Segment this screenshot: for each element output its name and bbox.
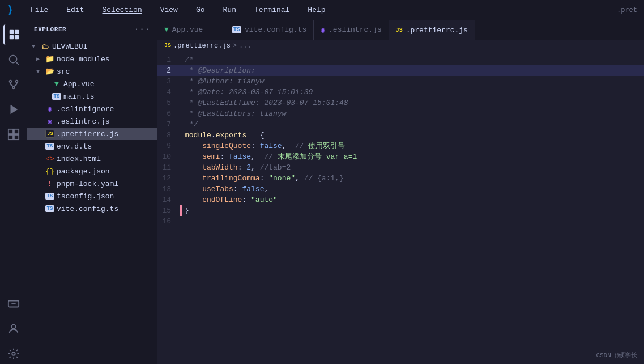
code-line-1: 1 /* [157, 54, 644, 65]
svg-rect-1 [15, 30, 19, 34]
sidebar-item-pnpm-lock[interactable]: ▶ ! pnpm-lock.yaml [27, 177, 157, 190]
remote-activity-icon[interactable] [3, 294, 24, 314]
tsconfig-label: tsconfig.json [57, 192, 114, 201]
titlebar: ⟩ File Edit Selection View Go Run Termin… [0, 0, 644, 20]
svg-point-4 [10, 56, 17, 63]
search-activity-icon[interactable] [3, 49, 24, 70]
sidebar-item-tsconfig[interactable]: ▶ TS tsconfig.json [27, 190, 157, 202]
svg-line-5 [16, 62, 19, 65]
sidebar-item-node-modules[interactable]: ▶ 📁 node_modules [27, 53, 157, 65]
tab-bar: ▼ App.vue TS vite.config.ts ◉ .eslintrc.… [157, 20, 644, 40]
menu-terminal[interactable]: Terminal [251, 5, 293, 15]
settings-activity-icon[interactable] [3, 344, 24, 364]
breadcrumb-file-icon: JS [164, 43, 171, 49]
error-marker-15 [180, 205, 182, 216]
breadcrumb-file[interactable]: .prettierrc.js [173, 42, 231, 50]
env-dts-label: env.d.ts [57, 142, 92, 151]
tab-app-vue[interactable]: ▼ App.vue [157, 20, 225, 40]
code-line-2: 2 * @Description: [157, 65, 644, 76]
index-html-label: index.html [57, 155, 101, 163]
src-label: src [57, 67, 70, 76]
code-content-7: */ [180, 119, 644, 130]
code-content-2: * @Description: [180, 65, 644, 76]
svg-marker-13 [11, 105, 18, 115]
sidebar-item-index-html[interactable]: ▶ <> index.html [27, 153, 157, 165]
sidebar-item-main-ts[interactable]: ▶ TS main.ts [27, 90, 157, 103]
tab-prettierrc[interactable]: JS .prettierrc.js [389, 20, 475, 40]
line-number-5: 5 [157, 98, 180, 108]
env-dts-icon: TS [45, 143, 54, 150]
activity-bar [0, 20, 27, 364]
code-content-12: trailingComma: "none", // {a:1,} [180, 173, 644, 184]
code-line-13: 13 useTabs: false, [157, 184, 644, 194]
tree-root[interactable]: ▼ 🗁 UEVWEBUI [27, 40, 157, 53]
extensions-activity-icon[interactable] [3, 124, 24, 145]
menu-edit[interactable]: Edit [63, 5, 87, 15]
menu-go[interactable]: Go [193, 5, 208, 15]
source-control-activity-icon[interactable] [3, 74, 24, 95]
menu-selection[interactable]: Selection [99, 5, 145, 15]
line-number-16: 16 [157, 216, 180, 227]
sidebar-item-prettierrc[interactable]: ▶ JS .prettierrc.js [27, 128, 157, 140]
svg-point-21 [12, 352, 15, 355]
sidebar-item-env-dts[interactable]: ▶ TS env.d.ts [27, 140, 157, 153]
node-modules-label: node_modules [57, 55, 110, 64]
package-json-label: package.json [57, 167, 110, 176]
breadcrumb: JS .prettierrc.js > ... [157, 40, 644, 52]
code-line-9: 9 singleQuote: false, // 使用双引号 [157, 141, 644, 151]
node-modules-arrow: ▶ [36, 56, 43, 62]
menu-run[interactable]: Run [220, 5, 240, 15]
code-editor[interactable]: 1 /* 2 * @Description: 3 * @Author: tian… [157, 52, 644, 364]
window-title: .pret [617, 6, 637, 14]
menu-file[interactable]: File [27, 5, 52, 15]
code-line-5: 5 * @LastEditTime: 2023-03-07 15:01:48 [157, 98, 644, 108]
code-line-4: 4 * @Date: 2023-03-07 15:01:39 [157, 87, 644, 98]
code-content-15: } [185, 205, 644, 216]
accounts-activity-icon[interactable] [3, 319, 24, 339]
sidebar-item-eslintignore[interactable]: ▶ ◉ .eslintignore [27, 103, 157, 115]
line-number-4: 4 [157, 87, 180, 98]
tab-app-vue-icon: ▼ [164, 26, 169, 34]
tab-vite-config-icon: TS [232, 26, 241, 33]
line-number-3: 3 [157, 76, 180, 87]
sidebar-item-eslintrc[interactable]: ▶ ◉ .eslintrc.js [27, 115, 157, 128]
sidebar-more-button[interactable]: ··· [134, 24, 150, 35]
tab-app-vue-label: App.vue [172, 26, 203, 34]
package-json-icon: {} [45, 167, 54, 176]
vite-config-label: vite.config.ts [57, 205, 118, 213]
main-ts-icon: TS [52, 93, 61, 100]
src-arrow: ▼ [36, 69, 43, 75]
code-line-3: 3 * @Author: tianyw [157, 76, 644, 87]
sidebar-item-src[interactable]: ▼ 📂 src [27, 65, 157, 78]
sidebar-item-package-json[interactable]: ▶ {} package.json [27, 165, 157, 177]
eslintrc-icon: ◉ [45, 117, 54, 126]
line-number-7: 7 [157, 119, 180, 130]
code-content-11: tabWidth: 2, //tab=2 [180, 162, 644, 173]
eslintignore-label: .eslintignore [57, 105, 114, 113]
explorer-activity-icon[interactable] [3, 24, 24, 45]
sidebar-item-app-vue[interactable]: ▶ ▼ App.vue [27, 78, 157, 90]
pnpm-lock-icon: ! [45, 180, 54, 188]
app-vue-icon: ▼ [52, 80, 61, 88]
svg-rect-15 [14, 129, 19, 134]
breadcrumb-path: ... [239, 42, 251, 50]
line-number-2: 2 [157, 65, 180, 76]
main-layout: EXPLORER ··· ▼ 🗁 UEVWEBUI ▶ 📁 node_modul… [0, 20, 644, 364]
line-number-10: 10 [157, 151, 180, 162]
code-line-15: 15 } [157, 205, 644, 216]
code-content-5: * @LastEditTime: 2023-03-07 15:01:48 [180, 98, 644, 108]
menu-view[interactable]: View [157, 5, 181, 15]
code-line-7: 7 */ [157, 119, 644, 130]
root-folder-icon: 🗁 [41, 43, 50, 51]
root-label: UEVWEBUI [52, 43, 87, 51]
line-number-8: 8 [157, 130, 180, 141]
tab-eslintrc[interactable]: ◉ .eslintrc.js [314, 20, 389, 40]
breadcrumb-separator: > [233, 42, 237, 50]
watermark: CSDN @硕学长 [596, 351, 637, 359]
sidebar-item-vite-config[interactable]: ▶ TS vite.config.ts [27, 202, 157, 215]
eslintignore-icon: ◉ [45, 104, 54, 113]
run-debug-activity-icon[interactable] [3, 99, 24, 120]
vite-config-icon: TS [45, 205, 54, 212]
tab-vite-config[interactable]: TS vite.config.ts [225, 20, 314, 40]
menu-help[interactable]: Help [304, 5, 329, 15]
